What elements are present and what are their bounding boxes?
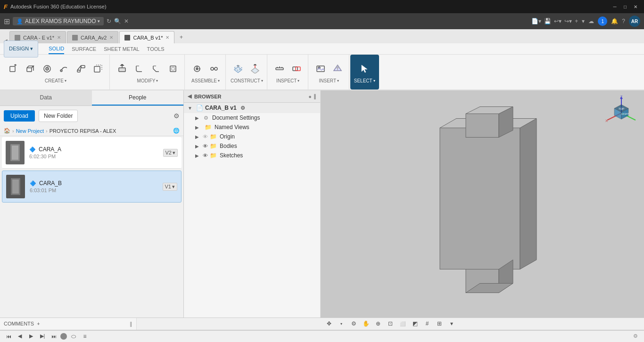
browser-sketches[interactable]: ▶ 👁 📁 Sketches — [184, 151, 320, 160]
measure-button[interactable] — [272, 61, 287, 76]
insert-mesh-button[interactable] — [330, 61, 345, 76]
offset-plane-button[interactable] — [231, 61, 246, 76]
create-label[interactable]: CREATE ▾ — [45, 78, 66, 83]
tab-cara-a[interactable]: CARA_Av2 ✕ — [67, 31, 118, 43]
upload-button[interactable]: Upload — [4, 110, 35, 122]
inspect-label[interactable]: INSPECT ▾ — [276, 78, 299, 83]
viewport[interactable]: Z X TOP RIGHT — [321, 90, 644, 318]
save-icon[interactable]: 💾 — [544, 18, 551, 24]
browser-collapse-icon[interactable]: ◀ — [188, 93, 191, 99]
file-version-cara-b[interactable]: V1 ▾ — [163, 183, 177, 191]
anim-play-button[interactable]: ▶ — [26, 332, 36, 341]
tab-surface[interactable]: SURFACE — [72, 43, 96, 54]
tab-close-3[interactable]: ✕ — [165, 35, 169, 40]
tab-close-1[interactable]: ✕ — [57, 35, 61, 40]
user-menu[interactable]: 👤 ALEX RAMOS RAYMUNDO ▾ — [13, 17, 104, 25]
home-icon[interactable]: 🏠 — [4, 128, 10, 134]
more-settings-button[interactable]: ▾ — [446, 318, 457, 329]
revolve-button[interactable] — [40, 61, 55, 76]
tab-tools[interactable]: TOOLS — [147, 43, 165, 54]
new-file-icon[interactable]: 📄▾ — [531, 18, 541, 24]
file-version-cara-a[interactable]: V2 ▾ — [163, 149, 178, 157]
search-icon[interactable]: 🔍 — [114, 18, 121, 24]
create-more-button[interactable] — [91, 61, 106, 76]
loft-button[interactable] — [74, 61, 89, 76]
add-tab-button[interactable]: + — [175, 31, 187, 43]
joint-button[interactable] — [206, 61, 222, 76]
browser-root-item[interactable]: ▼ 📄 CARA_B v1 ⚙ — [184, 103, 320, 113]
undo-button[interactable]: ↩▾ — [554, 18, 561, 24]
file-item-cara-b[interactable]: 🔷 CARA_B 6:03:01 PM V1 ▾ — [2, 171, 182, 203]
anim-record-button[interactable] — [60, 333, 67, 340]
redo-button[interactable]: ↪▾ — [564, 18, 572, 24]
new-tab-icon[interactable]: + — [575, 18, 578, 24]
browser-document-settings[interactable]: ▶ ⚙ Document Settings — [184, 113, 320, 122]
chamfer-button[interactable] — [149, 61, 164, 76]
named-views-expand-icon[interactable]: ▶ — [195, 125, 202, 130]
orbit-button[interactable]: ⚙ — [348, 318, 359, 329]
press-pull-button[interactable] — [115, 61, 130, 76]
close-button[interactable]: ✕ — [631, 2, 640, 11]
bodies-expand-icon[interactable]: ▶ — [195, 144, 202, 149]
navigate-dropdown-icon[interactable]: ▾ — [336, 318, 347, 329]
anim-first-button[interactable]: ⏮ — [4, 332, 13, 341]
browser-bodies[interactable]: ▶ 👁 📁 Bodies — [184, 141, 320, 151]
new-component-button[interactable] — [190, 61, 205, 76]
modify-label[interactable]: MODIFY ▾ — [137, 78, 158, 83]
browser-origin[interactable]: ▶ 👁 📁 Origin — [184, 132, 320, 141]
grid-button[interactable]: # — [422, 318, 432, 329]
viewport-settings-button[interactable]: ⊞ — [434, 318, 445, 329]
zoom-button[interactable]: ⊕ — [373, 318, 383, 329]
select-label[interactable]: SELECT ▾ — [354, 78, 375, 83]
tab-sheet-metal[interactable]: SHEET METAL — [104, 43, 139, 54]
tab-history-icon[interactable]: ▾ — [582, 18, 585, 24]
interference-button[interactable] — [289, 61, 304, 76]
minimize-button[interactable]: ─ — [610, 2, 619, 11]
pan-button[interactable]: ✋ — [361, 318, 371, 329]
new-folder-button[interactable]: New Folder — [39, 110, 78, 122]
insert-image-button[interactable] — [313, 61, 328, 76]
browser-named-views[interactable]: ▶ 📁 Named Views — [184, 122, 320, 132]
apps-grid-icon[interactable]: ⊞ — [4, 17, 10, 26]
anim-last-button[interactable]: ⏭ — [49, 332, 58, 341]
fillet-button[interactable] — [132, 61, 147, 76]
anim-capture-icon[interactable]: ⬭ — [69, 332, 78, 341]
anim-settings-button[interactable]: ⚙ — [631, 332, 640, 341]
shell-button[interactable] — [165, 61, 181, 76]
panel-settings-icon[interactable]: ⚙ — [173, 112, 180, 120]
add-comment-icon[interactable]: + — [37, 321, 40, 326]
help-icon[interactable]: ? — [622, 18, 625, 24]
bodies-vis-icon[interactable]: 👁 — [203, 143, 208, 149]
anim-prev-button[interactable]: ◀ — [15, 332, 25, 341]
create-new-body-button[interactable] — [6, 61, 21, 76]
tab-cara-b[interactable]: CARA_B v1* ✕ — [119, 31, 174, 43]
assemble-label[interactable]: ASSEMBLE ▾ — [191, 78, 220, 83]
sweep-button[interactable] — [57, 61, 72, 76]
notifications-icon[interactable]: 🔔 — [611, 18, 618, 24]
origin-vis-icon[interactable]: 👁 — [203, 134, 208, 139]
data-tab[interactable]: Data — [0, 90, 92, 106]
cloud-icon[interactable]: ☁ — [588, 18, 594, 24]
sketches-vis-icon[interactable]: 👁 — [203, 153, 208, 158]
view-cube[interactable]: Z X TOP RIGHT — [603, 94, 640, 132]
maximize-button[interactable]: □ — [620, 2, 630, 11]
user-badge[interactable]: 1 — [598, 16, 607, 26]
root-collapse-icon[interactable]: ▼ — [188, 106, 194, 111]
anim-next-button[interactable]: ▶| — [38, 332, 47, 341]
project-crumb[interactable]: New Project — [16, 128, 44, 134]
close-panel-icon[interactable]: ✕ — [124, 18, 129, 24]
sketches-expand-icon[interactable]: ▶ — [195, 153, 202, 158]
construct-label[interactable]: CONSTRUCT ▾ — [231, 78, 263, 83]
globe-icon[interactable]: 🌐 — [173, 128, 180, 134]
root-gear-icon[interactable]: ⚙ — [240, 105, 245, 111]
tab-solid[interactable]: SOLID — [49, 43, 64, 54]
anim-timeline-icon[interactable]: ≡ — [80, 332, 90, 341]
doc-settings-expand-icon[interactable]: ▶ — [195, 115, 202, 121]
zoom-window-button[interactable]: ⊡ — [385, 318, 396, 329]
insert-label[interactable]: INSERT ▾ — [319, 78, 339, 83]
select-button[interactable] — [357, 61, 372, 76]
construct-axis-button[interactable] — [248, 61, 263, 76]
display-mode-button[interactable]: ◩ — [410, 318, 420, 329]
origin-expand-icon[interactable]: ▶ — [195, 134, 202, 139]
navigate-button[interactable]: ✥ — [324, 318, 334, 329]
